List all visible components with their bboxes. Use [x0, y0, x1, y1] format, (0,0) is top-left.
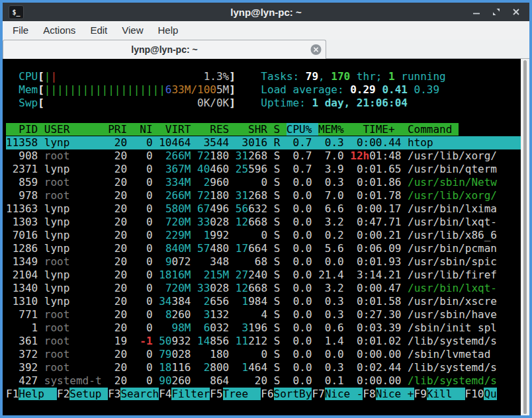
blank-line — [6, 110, 521, 123]
window-title: lynp@lyn-pc: ~ — [3, 7, 529, 18]
fnkey-label-f4[interactable]: Filter — [171, 388, 210, 400]
htop-meter-line: CPU[|| 1.3%] Tasks: 79, 170 thr; 1 runni… — [6, 70, 521, 83]
scrollbar-thumb[interactable] — [523, 60, 527, 414]
menubar: File Actions Edit View Help — [3, 21, 529, 40]
fnkey-label-f5[interactable]: Tree — [223, 388, 261, 400]
restore-button[interactable] — [491, 7, 502, 17]
fnkey-f6[interactable]: F6 — [261, 388, 273, 400]
process-row[interactable]: 859 root 20 0 334M 2960 0 S 0.0 0.3 0:01… — [6, 176, 521, 189]
titlebar[interactable]: $_ lynp@lyn-pc: ~ — [3, 3, 529, 21]
htop-meter-line: Mem[|||||||||||||||||||633M/1005M] Load … — [6, 83, 521, 97]
window-controls — [471, 7, 529, 17]
fnkey-f4[interactable]: F4 — [159, 388, 171, 400]
process-row[interactable]: 372 root 20 0 79028 180 0 S 0.0 0.0 0:00… — [6, 348, 521, 361]
menu-help[interactable]: Help — [150, 21, 185, 40]
tabbar-empty-area — [326, 40, 529, 59]
terminal-window: $_ lynp@lyn-pc: ~ File Actions Edit View… — [0, 0, 532, 418]
process-row[interactable]: 2104 lynp 20 0 1816M 215M 27240 S 0.0 21… — [6, 269, 521, 282]
tab-title: lynp@lyn-pc: ~ — [131, 44, 197, 55]
fnkey-label-f9[interactable]: Kill — [427, 388, 465, 400]
menu-edit[interactable]: Edit — [83, 21, 114, 40]
fnkey-label-f3[interactable]: Search — [120, 388, 159, 400]
menu-view[interactable]: View — [114, 21, 150, 40]
process-row[interactable]: 392 root 20 0 18116 2800 1464 S 0.0 0.3 … — [6, 361, 521, 374]
function-key-bar: F1Help F2Setup F3SearchF4FilterF5Tree F6… — [6, 388, 521, 401]
process-row[interactable]: 7016 lynp 20 0 229M 1992 0 S 0.0 0.2 0:0… — [6, 229, 521, 242]
process-row[interactable]: 1 root 20 0 98M 6032 3196 S 0.0 0.6 0:03… — [6, 321, 521, 335]
menu-actions[interactable]: Actions — [36, 21, 83, 40]
process-row[interactable]: 1340 lynp 20 0 720M 33028 12668 S 0.0 3.… — [6, 282, 521, 295]
minimize-button[interactable] — [471, 7, 482, 17]
process-row[interactable]: 1286 lynp 20 0 840M 57480 17664 S 0.0 5.… — [6, 242, 521, 255]
process-row[interactable]: 1303 lynp 20 0 720M 33028 12668 S 0.0 3.… — [6, 216, 521, 229]
fnkey-label-f7[interactable]: Nice - — [325, 388, 363, 400]
htop-output: CPU[|| 1.3%] Tasks: 79, 170 thr; 1 runni… — [3, 59, 521, 415]
menu-file[interactable]: File — [5, 21, 36, 40]
process-row[interactable]: 978 root 20 0 266M 72180 31268 S 0.0 7.0… — [6, 189, 521, 202]
fnkey-f3[interactable]: F3 — [108, 388, 120, 400]
fnkey-label-f2[interactable]: Setup — [69, 388, 108, 400]
terminal-screen[interactable]: CPU[|| 1.3%] Tasks: 79, 170 thr; 1 runni… — [3, 59, 529, 415]
process-row[interactable]: 771 root 20 0 8260 3132 4 S 0.0 0.3 0:27… — [6, 308, 521, 321]
fnkey-f10[interactable]: F10 — [465, 388, 484, 400]
process-row[interactable]: 427 systemd-t 20 0 90260 864 20 S 0.0 0.… — [6, 374, 521, 388]
fnkey-label-f1[interactable]: Help — [19, 388, 57, 400]
tab-bar: lynp@lyn-pc: ~ — [3, 40, 529, 59]
fnkey-f9[interactable]: F9 — [414, 388, 427, 400]
fnkey-f5[interactable]: F5 — [210, 388, 222, 400]
htop-table-header[interactable]: PID USER PRI NI VIRT RES SHR S CPU% MEM%… — [6, 123, 521, 136]
fnkey-f8[interactable]: F8 — [363, 388, 375, 400]
fnkey-f7[interactable]: F7 — [312, 388, 324, 400]
tab-close-icon[interactable] — [310, 44, 322, 56]
fnkey-f2[interactable]: F2 — [57, 388, 69, 400]
terminal-tab[interactable]: lynp@lyn-pc: ~ — [3, 40, 326, 59]
htop-meter-line: Swp[ 0K/0K] Uptime: 1 day, 21:06:04 — [6, 97, 521, 110]
process-row[interactable]: 1349 root 20 0 9072 348 68 S 0.0 0.0 0:0… — [6, 255, 521, 269]
fnkey-label-f6[interactable]: SortBy — [274, 388, 312, 400]
process-row[interactable]: 908 root 20 0 266M 72180 31268 S 0.7 7.0… — [6, 149, 521, 163]
scrollbar[interactable] — [521, 59, 529, 415]
process-row[interactable]: 361 root 19 -1 50932 14856 11212 S 0.0 1… — [6, 335, 521, 348]
process-row[interactable]: 11363 lynp 20 0 580M 67496 56632 S 0.0 6… — [6, 202, 521, 216]
process-row[interactable]: 2371 lynp 20 0 367M 40460 25596 S 0.7 3.… — [6, 163, 521, 176]
fnkey-f1[interactable]: F1 — [6, 388, 19, 400]
process-row[interactable]: 1310 lynp 20 0 34384 2656 1984 S 0.0 0.3… — [6, 295, 521, 308]
fnkey-label-f10[interactable]: Qu — [484, 388, 496, 400]
process-row[interactable]: 11358 lynp 20 0 10464 3544 3016 R 0.7 0.… — [6, 136, 521, 149]
close-button[interactable] — [511, 7, 521, 17]
fnkey-label-f8[interactable]: Nice + — [376, 388, 414, 400]
